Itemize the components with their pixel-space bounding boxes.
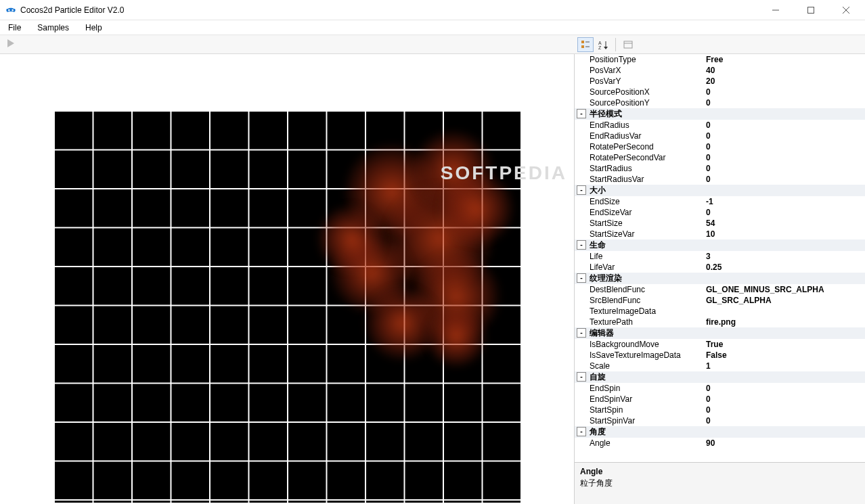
property-value[interactable]: 54 bbox=[703, 218, 865, 229]
property-value[interactable] bbox=[703, 306, 865, 317]
property-label: StartSizeVar bbox=[575, 229, 703, 239]
property-label: PosVarY bbox=[575, 76, 703, 87]
property-value[interactable]: 0.25 bbox=[703, 262, 865, 273]
property-category[interactable]: -纹理渲染 bbox=[575, 273, 865, 284]
property-pages-button[interactable] bbox=[620, 37, 636, 52]
property-value[interactable]: 0 bbox=[703, 394, 865, 405]
property-row[interactable]: Angle90 bbox=[575, 438, 865, 449]
property-row[interactable]: SourcePositionY0 bbox=[575, 97, 865, 108]
property-label: EndSpin bbox=[575, 383, 703, 394]
property-row[interactable]: StartRadius0 bbox=[575, 163, 865, 174]
property-row[interactable]: IsBackgroundMoveTrue bbox=[575, 339, 865, 350]
property-row[interactable]: PosVarX40 bbox=[575, 65, 865, 76]
property-row[interactable]: DestBlendFuncGL_ONE_MINUS_SRC_ALPHA bbox=[575, 284, 865, 295]
property-panel: AZ PositionTypeFreePosVarX40PosVarY20Sou… bbox=[574, 54, 865, 504]
collapse-toggle-icon[interactable]: - bbox=[577, 273, 586, 283]
property-category[interactable]: -大小 bbox=[575, 185, 865, 196]
property-value[interactable]: 0 bbox=[703, 97, 865, 108]
collapse-toggle-icon[interactable]: - bbox=[577, 240, 586, 250]
property-value[interactable]: 0 bbox=[703, 120, 865, 131]
property-row[interactable]: EndSpinVar0 bbox=[575, 394, 865, 405]
property-value[interactable]: 1 bbox=[703, 361, 865, 371]
property-category[interactable]: -自旋 bbox=[575, 371, 865, 383]
property-value[interactable]: True bbox=[703, 339, 865, 350]
property-row[interactable]: TexturePathfire.png bbox=[575, 317, 865, 327]
property-row[interactable]: StartSpin0 bbox=[575, 405, 865, 415]
property-row[interactable]: RotatePerSecond0 bbox=[575, 141, 865, 152]
property-value[interactable]: 40 bbox=[703, 65, 865, 76]
property-grid[interactable]: PositionTypeFreePosVarX40PosVarY20Source… bbox=[575, 54, 865, 462]
property-row[interactable]: EndSpin0 bbox=[575, 383, 865, 394]
property-row[interactable]: StartSpinVar0 bbox=[575, 415, 865, 426]
property-value[interactable]: 0 bbox=[703, 131, 865, 141]
collapse-toggle-icon[interactable]: - bbox=[577, 427, 586, 436]
property-value[interactable]: 0 bbox=[703, 415, 865, 426]
category-label: 大小 bbox=[588, 185, 606, 196]
property-value[interactable]: 0 bbox=[703, 152, 865, 163]
property-value[interactable]: 20 bbox=[703, 76, 865, 87]
property-row[interactable]: SourcePositionX0 bbox=[575, 87, 865, 97]
property-row[interactable]: TextureImageData bbox=[575, 306, 865, 317]
property-value[interactable]: GL_ONE_MINUS_SRC_ALPHA bbox=[703, 284, 865, 295]
property-value[interactable]: Free bbox=[703, 54, 865, 65]
property-label: IsSaveTextureImageData bbox=[575, 350, 703, 361]
svg-rect-5 bbox=[581, 41, 584, 43]
svg-rect-13 bbox=[624, 41, 632, 48]
property-value[interactable]: 0 bbox=[703, 174, 865, 185]
property-row[interactable]: StartSize54 bbox=[575, 218, 865, 229]
play-button[interactable] bbox=[5, 38, 19, 51]
property-row[interactable]: PositionTypeFree bbox=[575, 54, 865, 65]
property-value[interactable]: 0 bbox=[703, 163, 865, 174]
property-row[interactable]: IsSaveTextureImageDataFalse bbox=[575, 350, 865, 361]
property-value[interactable]: 0 bbox=[703, 207, 865, 218]
property-category[interactable]: -编辑器 bbox=[575, 327, 865, 339]
property-row[interactable]: EndSizeVar0 bbox=[575, 207, 865, 218]
property-category[interactable]: -生命 bbox=[575, 239, 865, 251]
property-category[interactable]: -半径模式 bbox=[575, 108, 865, 120]
property-value[interactable]: -1 bbox=[703, 196, 865, 207]
window-title: Cocos2d Particle Editor V2.0 bbox=[20, 5, 762, 15]
particle-viewport[interactable]: SOFTPEDIA bbox=[0, 54, 574, 504]
category-label: 编辑器 bbox=[588, 327, 614, 339]
maximize-button[interactable] bbox=[797, 1, 824, 20]
property-value[interactable]: 3 bbox=[703, 251, 865, 262]
property-row[interactable]: PosVarY20 bbox=[575, 76, 865, 87]
property-value[interactable]: 0 bbox=[703, 405, 865, 415]
property-row[interactable]: Scale1 bbox=[575, 361, 865, 371]
property-row[interactable]: SrcBlendFuncGL_SRC_ALPHA bbox=[575, 295, 865, 306]
property-row[interactable]: StartSizeVar10 bbox=[575, 229, 865, 239]
property-value[interactable]: 10 bbox=[703, 229, 865, 239]
property-row[interactable]: RotatePerSecondVar0 bbox=[575, 152, 865, 163]
property-row[interactable]: LifeVar0.25 bbox=[575, 262, 865, 273]
menu-samples[interactable]: Samples bbox=[35, 22, 72, 34]
property-value[interactable]: 0 bbox=[703, 383, 865, 394]
property-category[interactable]: -角度 bbox=[575, 426, 865, 438]
property-row[interactable]: EndRadiusVar0 bbox=[575, 131, 865, 141]
property-row[interactable]: StartRadiusVar0 bbox=[575, 174, 865, 185]
property-value[interactable]: False bbox=[703, 350, 865, 361]
property-label: StartSpinVar bbox=[575, 415, 703, 426]
property-label: EndRadius bbox=[575, 120, 703, 131]
property-value[interactable]: GL_SRC_ALPHA bbox=[703, 295, 865, 306]
collapse-toggle-icon[interactable]: - bbox=[577, 372, 586, 382]
property-label: TexturePath bbox=[575, 317, 703, 327]
menu-help[interactable]: Help bbox=[83, 22, 105, 34]
alphabetical-button[interactable]: AZ bbox=[595, 37, 611, 52]
categorized-button[interactable] bbox=[577, 37, 594, 52]
property-label: StartSize bbox=[575, 218, 703, 229]
collapse-toggle-icon[interactable]: - bbox=[577, 328, 586, 338]
property-value[interactable]: fire.png bbox=[703, 317, 865, 327]
property-value[interactable]: 0 bbox=[703, 87, 865, 97]
close-button[interactable] bbox=[833, 1, 860, 20]
property-value[interactable]: 90 bbox=[703, 438, 865, 449]
property-row[interactable]: EndRadius0 bbox=[575, 120, 865, 131]
property-label: Life bbox=[575, 251, 703, 262]
svg-rect-6 bbox=[581, 45, 584, 48]
property-value[interactable]: 0 bbox=[703, 141, 865, 152]
collapse-toggle-icon[interactable]: - bbox=[577, 109, 586, 118]
property-row[interactable]: Life3 bbox=[575, 251, 865, 262]
minimize-button[interactable] bbox=[762, 1, 789, 20]
property-row[interactable]: EndSize-1 bbox=[575, 196, 865, 207]
collapse-toggle-icon[interactable]: - bbox=[577, 185, 586, 195]
menu-file[interactable]: File bbox=[5, 22, 24, 34]
